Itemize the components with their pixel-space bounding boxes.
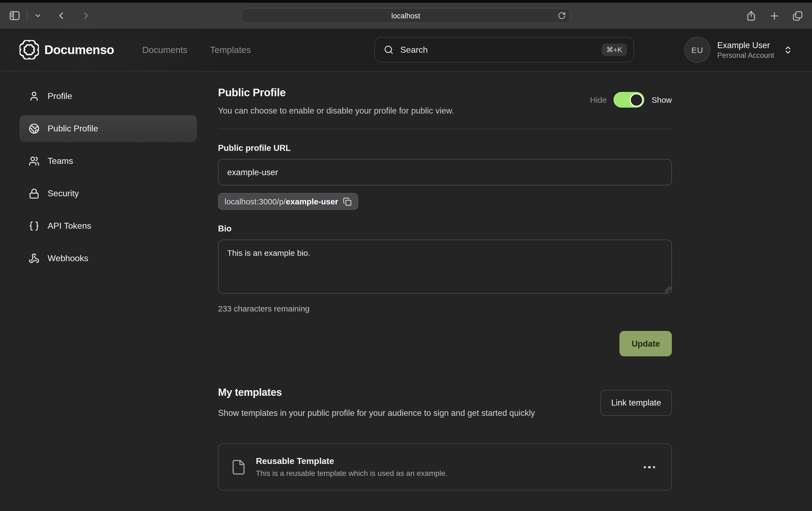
bio-label: Bio xyxy=(218,224,672,234)
webhook-icon xyxy=(29,253,39,264)
share-icon[interactable] xyxy=(746,10,757,21)
update-button[interactable]: Update xyxy=(620,331,672,356)
template-options-icon[interactable] xyxy=(640,462,658,472)
brand-name: Documenso xyxy=(45,42,114,57)
sidebar-item-teams[interactable]: Teams xyxy=(20,148,197,175)
user-icon xyxy=(29,91,39,102)
sidebar-item-security[interactable]: Security xyxy=(20,180,197,207)
back-icon[interactable] xyxy=(56,10,66,21)
link-template-button[interactable]: Link template xyxy=(601,390,672,416)
sidebar-item-label: Webhooks xyxy=(48,253,88,263)
sidebar-item-api-tokens[interactable]: API Tokens xyxy=(20,212,197,240)
url-prefix: localhost:3000/p/ xyxy=(225,197,286,206)
sidebar-item-label: Security xyxy=(48,189,79,199)
copy-icon[interactable] xyxy=(343,197,352,206)
sidebar-item-label: Profile xyxy=(48,91,72,101)
bio-textarea[interactable]: This is an example bio. xyxy=(218,240,672,294)
my-templates-description: Show templates in your public profile fo… xyxy=(218,406,597,420)
sidebar-toggle-icon[interactable] xyxy=(9,10,21,22)
sidebar-item-webhooks[interactable]: Webhooks xyxy=(20,245,197,272)
documenso-logo-icon xyxy=(20,40,39,59)
account-type: Personal Account xyxy=(717,51,774,59)
browser-chrome: localhost xyxy=(0,0,812,29)
divider xyxy=(27,10,28,21)
sidebar-item-label: Public Profile xyxy=(48,124,98,133)
sidebar-item-label: Teams xyxy=(48,156,73,166)
profile-visibility-toggle-row: Hide Show xyxy=(590,92,672,108)
url-slug: example-user xyxy=(286,197,338,206)
app-header: Documenso Documents Templates ⌘+K EU Exa… xyxy=(0,29,812,71)
toggle-hide-label: Hide xyxy=(590,95,607,104)
template-list-item[interactable]: Reusable Template This is a reusable tem… xyxy=(218,444,672,491)
file-icon xyxy=(230,458,247,476)
page-title: Public Profile xyxy=(218,87,454,99)
profile-visibility-switch[interactable] xyxy=(614,92,644,108)
account-menu[interactable]: EU Example User Personal Account xyxy=(684,37,792,63)
sidebar-item-public-profile[interactable]: Public Profile xyxy=(20,115,197,142)
template-name: Reusable Template xyxy=(256,457,447,467)
section-divider xyxy=(218,129,672,129)
search-input[interactable] xyxy=(400,45,595,55)
tab-overview-icon[interactable] xyxy=(792,10,803,21)
app-window: localhost xyxy=(0,0,812,511)
brand[interactable]: Documenso xyxy=(20,40,114,59)
top-nav: Documents Templates xyxy=(142,44,251,55)
forward-icon[interactable] xyxy=(81,10,91,21)
sidebar-item-label: API Tokens xyxy=(48,221,91,231)
new-tab-icon[interactable] xyxy=(769,10,780,21)
nav-templates[interactable]: Templates xyxy=(210,44,251,55)
braces-icon xyxy=(29,221,39,232)
page-subtitle: You can choose to enable or disable your… xyxy=(218,106,454,116)
switch-knob xyxy=(630,93,643,107)
sidebar-item-profile[interactable]: Profile xyxy=(20,83,197,110)
address-bar-url: localhost xyxy=(392,11,420,20)
nav-documents[interactable]: Documents xyxy=(142,44,187,55)
profile-url-preview-chip[interactable]: localhost:3000/p/ example-user xyxy=(218,193,358,210)
globe-icon xyxy=(29,123,39,134)
search-shortcut-badge: ⌘+K xyxy=(601,43,627,56)
reload-icon[interactable] xyxy=(558,11,566,20)
profile-url-input[interactable] xyxy=(218,159,672,185)
profile-url-label: Public profile URL xyxy=(218,143,672,153)
lock-icon xyxy=(29,188,39,199)
my-templates-section: My templates Show templates in your publ… xyxy=(218,387,672,420)
search-icon xyxy=(383,44,394,55)
users-icon xyxy=(29,156,39,167)
sidebar-menu-chevron-icon[interactable] xyxy=(34,12,42,20)
address-bar[interactable]: localhost xyxy=(241,8,570,23)
template-description: This is a reusable template which is use… xyxy=(256,469,447,478)
main-content: Public Profile You can choose to enable … xyxy=(208,71,812,510)
chevrons-up-down-icon xyxy=(783,45,792,54)
user-name: Example User xyxy=(717,40,774,50)
characters-remaining: 233 characters remaining xyxy=(218,304,672,313)
search-bar[interactable]: ⌘+K xyxy=(374,37,634,62)
avatar: EU xyxy=(684,37,710,63)
settings-sidebar: Profile Public Profile Teams Security xyxy=(0,71,208,510)
toggle-show-label: Show xyxy=(651,95,672,104)
